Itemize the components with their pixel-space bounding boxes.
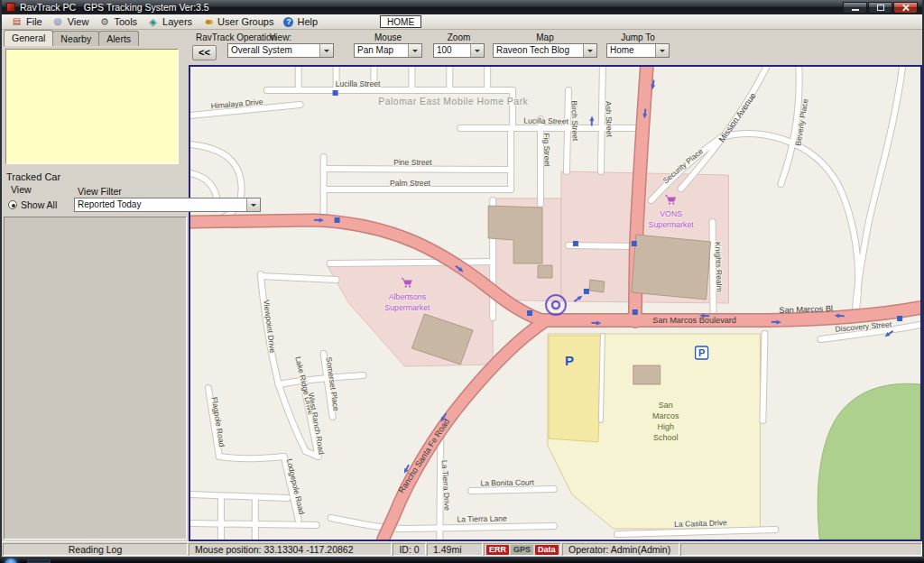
toolbar-fields: View:Overall SystemMousePan MapZoom100Ma… [227, 32, 670, 58]
road-minor [406, 526, 554, 529]
maximize-button[interactable] [868, 2, 892, 14]
poi-label: High [657, 422, 673, 431]
status-spacer [680, 543, 922, 556]
road-minor [471, 489, 554, 491]
poi-label: School [653, 433, 678, 442]
poi-label: San [659, 401, 673, 410]
windows-taskbar[interactable] [0, 557, 924, 563]
toolbar-field-view-: View:Overall System [227, 32, 334, 58]
traffic-signal-icon [897, 316, 902, 321]
road-label: San Marcos Boulevard [652, 316, 736, 325]
home-field[interactable]: HOME [380, 15, 421, 28]
traffic-signal-icon [633, 309, 638, 315]
view-filter-combo[interactable]: Reported Today [74, 198, 261, 212]
traffic-signal-icon [333, 90, 338, 96]
poi-label: Supermarket [384, 303, 430, 312]
status-indicators: ERRGPSData [484, 543, 561, 556]
maximize-icon [877, 5, 884, 11]
building [538, 265, 552, 278]
tracked-vehicles-list[interactable] [4, 217, 187, 540]
road-minor [601, 336, 603, 420]
view-filter-value: Reported Today [75, 198, 246, 211]
road-minor [261, 276, 337, 280]
traffic-signal-icon [527, 310, 532, 316]
building [633, 365, 661, 384]
combo-dropdown-button[interactable] [408, 44, 421, 57]
toolbar-field-mouse: MousePan Map [354, 32, 422, 58]
view--combo[interactable]: Overall System [227, 43, 334, 58]
map-combo[interactable]: Raveon Tech Blog [493, 43, 597, 58]
road-minor [190, 494, 288, 498]
status-scale: 1.49mi [427, 543, 483, 556]
building [632, 235, 711, 300]
poi-label: Albertsons [389, 292, 427, 301]
menu-item-label: Tools [114, 16, 137, 27]
traffic-signal-icon [584, 289, 589, 294]
street-label: La Tierra Lane [457, 514, 507, 524]
show-all-radio[interactable] [8, 200, 17, 209]
toolbar-field-zoom: Zoom100 [433, 32, 485, 58]
jump-to-combo[interactable]: Home [606, 43, 670, 58]
parking-lot [549, 336, 603, 442]
parking-symbol: P [698, 347, 705, 358]
status-id: ID: 0 [393, 543, 426, 556]
traffic-signal-icon [335, 217, 340, 223]
combo-dropdown-button[interactable] [655, 44, 669, 57]
combo-dropdown-button[interactable] [470, 44, 484, 57]
menu-item-user-groups[interactable]: User Groups [199, 15, 280, 28]
status-badge-gps: GPS [511, 545, 533, 555]
menu-item-label: File [26, 16, 42, 27]
menu-item-label: User Groups [217, 16, 273, 27]
zoom-combo[interactable]: 100 [433, 43, 485, 58]
street-label: Fig Street [541, 133, 551, 167]
street-label: Lucilla Street [336, 79, 381, 88]
show-all-label: Show All [21, 199, 57, 210]
menu-item-label: Layers [162, 16, 192, 27]
status-badge-data: Data [535, 545, 559, 555]
status-badge-err: ERR [486, 545, 509, 555]
map-canvas[interactable]: Himalaya DriveLucilla StreetLucilla Stre… [190, 67, 920, 540]
menu-item-file[interactable]: File [7, 15, 49, 28]
combo-dropdown-button[interactable] [246, 198, 260, 211]
combo-dropdown-button[interactable] [319, 44, 333, 57]
jump-to-label: Jump To [621, 32, 655, 43]
combo-value: 100 [434, 44, 470, 57]
poi-label: Marcos [652, 411, 679, 420]
map-toolbar: RavTrack Operation << View:Overall Syste… [189, 30, 922, 65]
map-label: Map [536, 32, 553, 43]
status-bar: Reading Log Mouse position: 33.13304 -11… [2, 541, 922, 557]
road-minor [713, 222, 714, 319]
start-button[interactable] [5, 558, 17, 563]
road-minor [190, 523, 317, 525]
combo-dropdown-button[interactable] [583, 44, 596, 57]
parking-symbol: P [565, 353, 574, 368]
menu-item-view[interactable]: View [49, 15, 96, 28]
street-label: Ash Street [604, 101, 614, 138]
minimize-button[interactable] [843, 2, 867, 14]
view-filter-label: View Filter [78, 186, 122, 197]
close-button[interactable] [893, 2, 918, 14]
tab-alerts[interactable]: Alerts [98, 31, 139, 46]
menu-item-tools[interactable]: Tools [95, 15, 143, 28]
menu-item-label: Help [297, 16, 318, 27]
tools-icon [98, 16, 110, 27]
collapse-panel-button[interactable]: << [192, 45, 217, 60]
road-label: San Marcos Bl [779, 304, 833, 315]
app-window: RavTrack PC GPS Tracking System Ver:3.5 … [0, 0, 924, 557]
zoom-label: Zoom [448, 32, 471, 43]
menu-item-layers[interactable]: Layers [143, 15, 199, 28]
status-mouse-position: Mouse position: 33.13304 -117.20862 [189, 543, 392, 556]
tab-nearby[interactable]: Nearby [52, 31, 99, 46]
mouse-combo[interactable]: Pan Map [354, 43, 422, 58]
traffic-signal-icon [573, 241, 578, 246]
combo-value: Raveon Tech Blog [494, 44, 583, 57]
users-icon [202, 16, 214, 27]
poi-label: Supermarket [649, 220, 695, 229]
title-bar[interactable]: RavTrack PC GPS Tracking System Ver:3.5 [2, 0, 922, 14]
minimize-icon [852, 9, 859, 11]
map-view[interactable]: Himalaya DriveLucilla StreetLucilla Stre… [189, 65, 922, 541]
menu-item-help[interactable]: Help [280, 15, 324, 28]
general-notes-area[interactable] [5, 49, 179, 164]
road-minor [324, 169, 511, 170]
tab-general[interactable]: General [4, 30, 53, 46]
